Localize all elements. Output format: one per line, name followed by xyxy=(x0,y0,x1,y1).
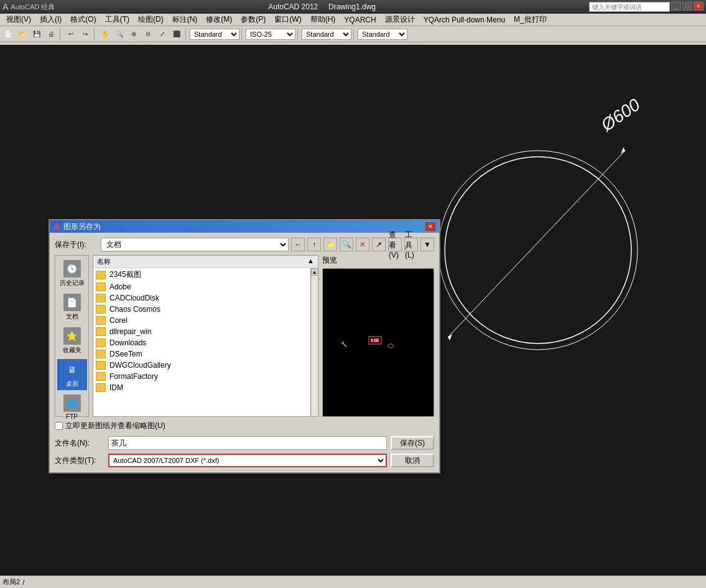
menu-item-yqarch[interactable]: YQARCH xyxy=(340,15,379,25)
list-item[interactable]: 2345截图 xyxy=(93,268,310,281)
dialog-body: 保存于(I): 文档 ← ↑ 📁 🔍 ✕ ↗ 查看(V) 工具(L) ▼ xyxy=(50,233,439,472)
menu-item-help[interactable]: 帮助(H) xyxy=(307,14,340,26)
list-item[interactable]: Adobe xyxy=(93,281,310,292)
tools-menu-button[interactable]: 工具(L) xyxy=(404,238,418,251)
cad-drawing: Ø600 xyxy=(414,76,675,387)
filetype-label: 文件类型(T): xyxy=(55,455,105,466)
tb-combo-standard2[interactable]: Standard xyxy=(302,29,351,40)
nav-item-history-label: 历史记录 xyxy=(60,279,85,287)
tb-combo-iso[interactable]: ISO-25 xyxy=(246,29,295,40)
menu-item-modify[interactable]: 修改(M) xyxy=(202,14,236,26)
tb-combo-standard[interactable]: Standard xyxy=(190,29,239,40)
file-list-header: 名称 ▲ xyxy=(93,256,318,268)
tb-open[interactable]: 📂 xyxy=(16,28,29,40)
nav-delete-button[interactable]: ✕ xyxy=(356,238,369,251)
filetype-combo[interactable]: AutoCAD 2007/LT2007 DXF (*.dxf) xyxy=(108,454,387,467)
title-bar-left: A AutoCAD 经典 xyxy=(2,2,55,12)
list-item[interactable]: Corel xyxy=(93,315,310,326)
file-name-text: DSeeTem xyxy=(109,350,142,358)
tb-zoom3[interactable]: ⊖ xyxy=(141,28,155,40)
nav-item-history[interactable]: 🕒 历史记录 xyxy=(57,258,87,289)
filename-input[interactable] xyxy=(108,436,387,450)
svg-rect-8 xyxy=(371,338,373,342)
save-location-combo[interactable]: 文档 xyxy=(101,238,289,251)
tb-redo[interactable]: ↪ xyxy=(78,28,92,40)
list-item[interactable]: Downloads xyxy=(93,337,310,348)
menu-item-yuanjing[interactable]: 源景设计 xyxy=(381,14,419,26)
toolbar-row1: 📄 📂 💾 🖨 ↩ ↪ ✋ 🔍 ⊕ ⊖ ⤢ ⬛ Standard ISO-25 … xyxy=(0,26,706,42)
file-list-scrollbar[interactable]: ▲ ▼ xyxy=(310,268,318,417)
nav-back-button[interactable]: ← xyxy=(291,238,305,251)
nav-item-desktop[interactable]: 🖥 桌面 xyxy=(57,359,87,390)
nav-sidebar: 🕒 历史记录 📄 文档 ⭐ 收藏夹 🖥 桌面 xyxy=(55,255,89,417)
menu-item-draw[interactable]: 绘图(D) xyxy=(134,14,167,26)
file-name-text: FormatFactory xyxy=(109,372,158,381)
app-name: AutoCAD 经典 xyxy=(11,2,55,12)
nav-item-favorites[interactable]: ⭐ 收藏夹 xyxy=(57,325,87,357)
list-item[interactable]: Chaos Cosmos xyxy=(93,304,310,315)
nav-item-ftp[interactable]: 🌐 FTP xyxy=(57,393,87,422)
preview-box: 🔧 xyxy=(322,268,434,417)
folder-icon xyxy=(96,350,106,358)
folder-icon xyxy=(96,316,106,325)
file-name-text: DWGCloudGallery xyxy=(109,361,171,370)
list-item[interactable]: FormatFactory xyxy=(93,371,310,382)
file-name-text: IDM xyxy=(109,383,123,392)
list-item[interactable]: DSeeTem xyxy=(93,348,310,360)
nav-search-button[interactable]: 🔍 xyxy=(340,238,353,251)
nav-create-folder-button[interactable]: 📁 xyxy=(323,238,337,251)
list-item[interactable]: DWGCloudGallery xyxy=(93,360,310,371)
list-item[interactable]: CADCloudDisk xyxy=(93,292,310,304)
menu-item-window[interactable]: 窗口(W) xyxy=(271,14,305,26)
menu-item-yqarch-pulldown[interactable]: YQArch Pull-down Menu xyxy=(420,15,509,25)
file-name-text: Adobe xyxy=(109,282,131,291)
layout-label[interactable]: 布局2 xyxy=(2,577,20,587)
file-name-text: Downloads xyxy=(109,338,146,347)
status-separator: / xyxy=(22,579,24,586)
documents-icon: 📄 xyxy=(63,294,81,311)
tb-undo[interactable]: ↩ xyxy=(64,28,78,40)
list-scroll-area: 2345截图 Adobe CADCloudDisk xyxy=(93,268,318,417)
checkbox-label: 立即更新图纸并查看缩略图(U) xyxy=(65,421,165,431)
nav-up-button[interactable]: ↑ xyxy=(307,238,321,251)
scroll-track[interactable] xyxy=(312,276,318,417)
tb-print[interactable]: 🖨 xyxy=(44,28,58,40)
dialog-close-button[interactable]: ✕ xyxy=(425,222,435,231)
tb-zoom4[interactable]: ⤢ xyxy=(156,28,169,40)
search-input[interactable] xyxy=(589,2,670,12)
menu-item-insert[interactable]: 插入(I) xyxy=(36,14,65,26)
menu-item-param[interactable]: 参数(P) xyxy=(237,14,269,26)
view-menu-button[interactable]: 查看(V) xyxy=(388,238,402,251)
close-button[interactable]: ✕ xyxy=(694,2,704,11)
tb-pan[interactable]: ✋ xyxy=(98,28,112,40)
save-button[interactable]: 保存(S) xyxy=(391,436,434,450)
tb-combo-standard3[interactable]: Standard xyxy=(358,29,407,40)
minimize-button[interactable]: _ xyxy=(671,2,681,11)
file-name-text: dllrepair_win xyxy=(109,327,151,336)
app-icon: A xyxy=(2,2,8,12)
save-location-label: 保存于(I): xyxy=(55,240,98,250)
list-item[interactable]: dllrepair_win xyxy=(93,326,310,337)
tb-zoom2[interactable]: ⊕ xyxy=(127,28,141,40)
menu-item-tools[interactable]: 工具(T) xyxy=(101,14,133,26)
svg-text:Ø600: Ø600 xyxy=(597,95,644,136)
preview-svg: 🔧 xyxy=(335,318,422,368)
tb-new[interactable]: 📄 xyxy=(1,28,15,40)
tb-zoom[interactable]: 🔍 xyxy=(113,28,126,40)
svg-point-1 xyxy=(439,151,638,350)
menu-item-view[interactable]: 视图(V) xyxy=(2,14,35,26)
file-list: 2345截图 Adobe CADCloudDisk xyxy=(93,268,310,417)
nav-item-documents[interactable]: 📄 文档 xyxy=(57,292,87,323)
menu-item-print[interactable]: M_批打印 xyxy=(510,14,550,26)
menu-item-format[interactable]: 格式(O) xyxy=(67,14,100,26)
tb-save[interactable]: 💾 xyxy=(30,28,44,40)
menu-item-dimension[interactable]: 标注(N) xyxy=(169,14,202,26)
update-thumbnail-checkbox[interactable] xyxy=(55,422,63,430)
cancel-button[interactable]: 取消 xyxy=(391,454,434,467)
maximize-button[interactable]: □ xyxy=(682,2,692,11)
tools-dropdown-button[interactable]: ▼ xyxy=(420,238,434,251)
nav-refresh-button[interactable]: ↗ xyxy=(372,238,386,251)
tb-zoom5[interactable]: ⬛ xyxy=(170,28,183,40)
scroll-up-arrow[interactable]: ▲ xyxy=(311,268,318,276)
list-item[interactable]: IDM xyxy=(93,382,310,393)
